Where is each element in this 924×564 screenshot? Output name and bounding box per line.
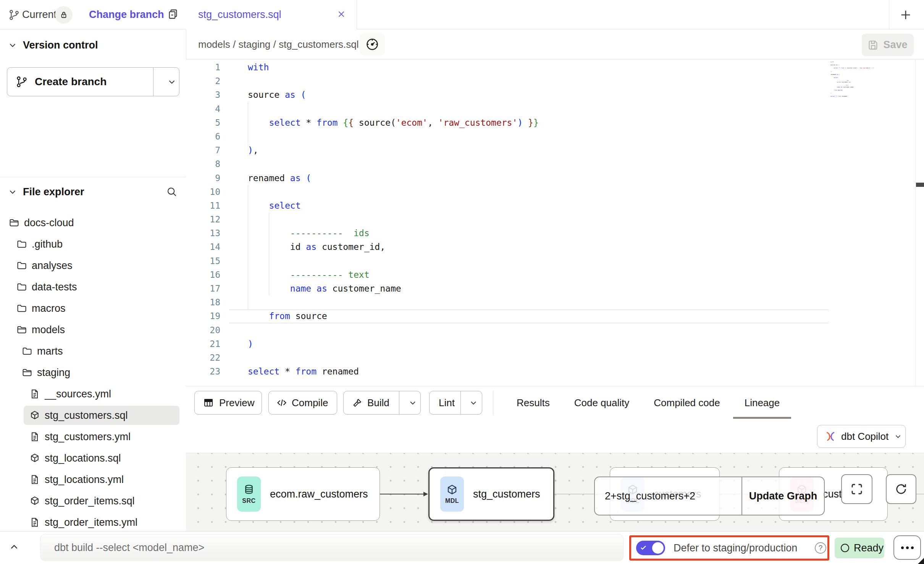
command-input[interactable]: dbt build --select <model_name> — [40, 534, 624, 561]
dbt-copilot-button[interactable]: dbt Copilot — [817, 425, 906, 448]
lineage-selector-input[interactable]: 2+stg_customers+2 — [595, 477, 741, 515]
expand-panel-chevron[interactable] — [8, 541, 20, 553]
dot — [906, 546, 909, 549]
split-divider — [399, 391, 399, 414]
search-icon[interactable] — [166, 186, 178, 198]
code-line-10 — [248, 185, 539, 199]
folder-icon — [16, 282, 27, 292]
chevron-down-icon — [8, 40, 18, 50]
sidebar-section-divider — [0, 177, 186, 177]
line-number: 2 — [186, 74, 220, 88]
code-line-11: select — [248, 199, 539, 212]
code-content: with source as ( select * from {{ source… — [248, 60, 539, 378]
split-divider — [460, 391, 461, 414]
performance-gauge-button[interactable] — [360, 33, 385, 55]
lineage-node-stg-customers[interactable]: MDL stg_customers — [428, 467, 554, 521]
code-editor[interactable]: 1234567891011121314151617181920212223 wi… — [186, 59, 924, 386]
file-tree-item-data-tests[interactable]: data-tests — [0, 276, 186, 298]
file-tree-item-stg-customers-yml[interactable]: stg_customers.yml — [0, 426, 186, 447]
editor-action-bar: Preview Compile Build Lin — [186, 386, 924, 419]
save-label: Save — [883, 39, 907, 51]
file-tree-item-stg-locations-sql[interactable]: stg_locations.sql — [0, 447, 186, 469]
lineage-node-source[interactable]: SRC ecom.raw_customers — [226, 467, 380, 521]
folder-open-icon — [16, 324, 27, 335]
editor-top-border — [186, 59, 924, 60]
code-line-21: ) — [248, 337, 539, 351]
branch-icon — [8, 9, 20, 21]
code-line-16: ---------- text — [248, 268, 539, 282]
file-tree-item-stg-locations-yml[interactable]: stg_locations.yml — [0, 469, 186, 490]
tab-stg-customers-sql[interactable]: stg_customers.sql — [186, 0, 357, 29]
node-label: ecom.raw_customers — [270, 488, 368, 500]
annotation-highlight-box: Defer to staging/production ? — [629, 535, 829, 561]
change-branch-link[interactable]: Change branch — [89, 0, 164, 29]
tab-close-icon[interactable] — [336, 9, 346, 19]
build-dropdown[interactable] — [404, 398, 421, 407]
branch-readonly-badge — [55, 6, 73, 24]
save-button[interactable]: Save — [862, 34, 914, 56]
save-icon — [868, 40, 879, 50]
code-icon — [276, 397, 287, 408]
update-graph-button[interactable]: Update Graph — [742, 477, 824, 515]
new-tab-button[interactable] — [896, 5, 916, 24]
file-label: stg_order_items.sql — [45, 495, 135, 507]
code-line-23: select * from renamed — [830, 96, 878, 97]
file-tree-item-docs-cloud[interactable]: docs-cloud — [0, 212, 186, 233]
preview-button[interactable]: Preview — [194, 391, 262, 415]
file-label: macros — [32, 303, 66, 314]
lint-dropdown[interactable] — [465, 398, 482, 407]
defer-toggle[interactable] — [636, 541, 665, 555]
file-tree-item--github[interactable]: .github — [0, 233, 186, 255]
file-label: stg_locations.yml — [45, 474, 124, 486]
status-badge: Ready — [835, 538, 884, 558]
line-number: 18 — [186, 295, 220, 309]
code-line-5: select * from {{ source('ecom', 'raw_cus… — [830, 67, 878, 69]
file-tree-item-models[interactable]: models — [0, 319, 186, 340]
check-icon — [640, 544, 647, 551]
create-branch-dropdown[interactable] — [159, 68, 184, 96]
file-tree-item-stg-order-items-yml[interactable]: stg_order_items.yml — [0, 512, 186, 533]
badge-label: MDL — [445, 498, 459, 504]
code-line-18 — [248, 295, 539, 309]
scrollbar-thumb[interactable] — [916, 183, 924, 187]
lineage-canvas[interactable]: SRC ecom.raw_customers MDL stg_customers… — [186, 453, 924, 531]
minimap[interactable]: with source as ( select * from {{ source… — [830, 61, 878, 99]
file-label: analyses — [32, 260, 73, 272]
version-control-header[interactable]: Version control — [0, 32, 186, 58]
create-branch-button[interactable]: Create branch — [7, 67, 179, 96]
file-tree-item--sources-yml[interactable]: __sources.yml — [0, 383, 186, 405]
tab-results[interactable]: Results — [517, 386, 550, 419]
file-tree-item-marts[interactable]: marts — [0, 340, 186, 362]
file-explorer-title: File explorer — [23, 186, 84, 198]
fullscreen-button[interactable] — [841, 474, 872, 504]
folder-icon — [22, 346, 32, 357]
lint-button[interactable]: Lint — [429, 391, 482, 415]
tab-lineage[interactable]: Lineage — [745, 386, 780, 419]
compile-button[interactable]: Compile — [268, 391, 337, 415]
code-line-19: from source — [248, 309, 539, 323]
line-number: 11 — [186, 199, 220, 212]
help-icon[interactable]: ? — [815, 542, 826, 554]
file-explorer-header[interactable]: File explorer — [0, 179, 186, 204]
tab-compiled-code[interactable]: Compiled code — [654, 386, 720, 419]
code-line-1: with — [248, 60, 539, 74]
file-tree-item-macros[interactable]: macros — [0, 298, 186, 319]
line-number: 12 — [186, 212, 220, 226]
file-label: data-tests — [32, 281, 77, 293]
file-tree-item-staging[interactable]: staging — [0, 362, 186, 383]
line-number: 3 — [186, 88, 220, 102]
refresh-button[interactable] — [886, 474, 916, 504]
copy-branch-icon[interactable] — [167, 8, 179, 21]
file-tree-item-stg-customers-sql[interactable]: stg_customers.sql — [0, 405, 186, 426]
tab-code-quality[interactable]: Code quality — [574, 386, 630, 419]
build-button[interactable]: Build — [343, 391, 421, 415]
line-number: 9 — [186, 171, 220, 185]
file-icon — [29, 389, 40, 399]
database-icon — [243, 484, 255, 496]
file-tree-item-stg-order-items-sql[interactable]: stg_order_items.sql — [0, 490, 186, 512]
code-line-23: select * from renamed — [248, 365, 539, 378]
file-tree-item-analyses[interactable]: analyses — [0, 255, 186, 276]
source-badge: SRC — [237, 476, 261, 512]
more-options-button[interactable] — [893, 535, 921, 560]
refresh-icon — [894, 482, 908, 496]
